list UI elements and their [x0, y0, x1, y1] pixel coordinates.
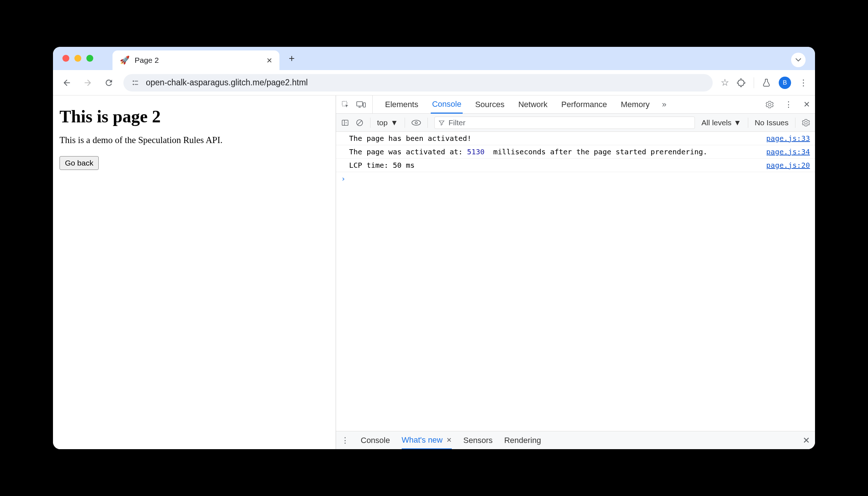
drawer-menu-icon[interactable]: ⋮: [341, 436, 349, 445]
issues-label: No Issues: [755, 118, 789, 127]
extensions-icon[interactable]: [737, 78, 746, 87]
drawer-tab-console[interactable]: Console: [361, 431, 390, 449]
address-bar[interactable]: open-chalk-asparagus.glitch.me/page2.htm…: [123, 74, 713, 92]
drawer-tab-whatsnew[interactable]: What's new ✕: [402, 432, 452, 450]
log-message: LCP time: 50 ms: [349, 161, 759, 170]
svg-point-12: [412, 120, 421, 125]
reload-button[interactable]: [102, 76, 115, 89]
more-tabs-icon[interactable]: »: [662, 100, 666, 109]
inspect-icon[interactable]: [341, 100, 350, 109]
devtools-panel: Elements Console Sources Network Perform…: [336, 95, 815, 449]
tab-network[interactable]: Network: [517, 95, 549, 113]
traffic-lights: [62, 55, 93, 62]
console-toolbar: top ▼ Filter All levels ▼ No Issues: [336, 114, 815, 132]
console-prompt[interactable]: ›: [336, 172, 815, 185]
log-source-link[interactable]: page.js:33: [766, 134, 810, 143]
context-selector[interactable]: top ▼: [377, 118, 398, 127]
browser-tab[interactable]: 🚀 Page 2 ×: [112, 50, 279, 70]
devtools-drawer: ⋮ Console What's new ✕ Sensors Rendering…: [336, 431, 815, 449]
close-window-icon[interactable]: [62, 55, 69, 62]
console-log: The page has been activated! page.js:33 …: [336, 132, 815, 431]
url-text: open-chalk-asparagus.glitch.me/page2.htm…: [146, 78, 308, 88]
log-row: The page was activated at: 5130 millisec…: [336, 145, 815, 159]
log-source-link[interactable]: page.js:20: [766, 161, 810, 170]
settings-icon[interactable]: [766, 101, 774, 109]
svg-rect-7: [363, 103, 365, 107]
devtools-tabs: Elements Console Sources Network Perform…: [336, 95, 815, 114]
devtools-menu-icon[interactable]: ⋮: [785, 100, 793, 109]
toolbar-right: ☆ B ⋮: [721, 77, 808, 89]
svg-point-2: [133, 84, 134, 85]
page-paragraph: This is a demo of the Speculation Rules …: [60, 135, 329, 145]
tab-overflow-button[interactable]: [791, 53, 806, 67]
close-tab-icon[interactable]: ×: [267, 56, 272, 65]
toolbar: open-chalk-asparagus.glitch.me/page2.htm…: [53, 70, 815, 95]
tab-console[interactable]: Console: [431, 96, 463, 114]
drawer-tab-rendering[interactable]: Rendering: [504, 431, 541, 449]
forward-button[interactable]: [81, 76, 94, 89]
tab-memory[interactable]: Memory: [619, 95, 651, 113]
tab-title: Page 2: [135, 56, 262, 65]
filter-input[interactable]: Filter: [434, 117, 695, 129]
svg-rect-8: [342, 120, 348, 125]
site-info-icon[interactable]: [131, 79, 139, 87]
content-area: This is page 2 This is a demo of the Spe…: [53, 95, 815, 449]
tab-sources[interactable]: Sources: [474, 95, 506, 113]
filter-icon: [438, 119, 445, 126]
svg-point-0: [133, 80, 134, 82]
go-back-button[interactable]: Go back: [60, 156, 99, 170]
tab-strip: 🚀 Page 2 × +: [53, 47, 815, 70]
console-settings-icon[interactable]: [802, 119, 810, 127]
page-content: This is page 2 This is a demo of the Spe…: [53, 95, 336, 449]
maximize-window-icon[interactable]: [86, 55, 93, 62]
close-drawer-icon[interactable]: ✕: [803, 435, 810, 446]
log-message: The page has been activated!: [349, 134, 759, 143]
new-tab-button[interactable]: +: [285, 52, 298, 65]
tab-performance[interactable]: Performance: [560, 95, 609, 113]
profile-avatar[interactable]: B: [779, 77, 791, 89]
bookmark-icon[interactable]: ☆: [721, 77, 729, 88]
labs-icon[interactable]: [762, 78, 771, 87]
svg-rect-6: [359, 107, 361, 107]
filter-placeholder: Filter: [449, 118, 466, 127]
log-row: The page has been activated! page.js:33: [336, 132, 815, 145]
clear-console-icon[interactable]: [356, 119, 364, 127]
toggle-sidebar-icon[interactable]: [341, 119, 349, 127]
log-message: The page was activated at: 5130 millisec…: [349, 147, 759, 156]
log-row: LCP time: 50 ms page.js:20: [336, 159, 815, 172]
device-toggle-icon[interactable]: [356, 101, 366, 109]
svg-point-13: [415, 122, 417, 124]
svg-rect-1: [135, 81, 138, 81]
menu-icon[interactable]: ⋮: [799, 78, 808, 88]
minimize-window-icon[interactable]: [74, 55, 81, 62]
log-source-link[interactable]: page.js:34: [766, 147, 810, 156]
svg-rect-5: [357, 102, 363, 106]
back-button[interactable]: [60, 76, 73, 89]
page-heading: This is page 2: [60, 106, 329, 126]
favicon-icon: 🚀: [120, 56, 130, 65]
svg-rect-3: [135, 84, 138, 85]
live-expression-icon[interactable]: [412, 119, 421, 126]
browser-window: 🚀 Page 2 × + open-chalk-asparagus.glitch…: [53, 47, 815, 449]
svg-line-11: [358, 121, 362, 125]
close-devtools-icon[interactable]: ✕: [803, 100, 810, 109]
tab-elements[interactable]: Elements: [384, 95, 420, 113]
divider: [754, 77, 754, 88]
close-drawer-tab-icon[interactable]: ✕: [446, 436, 452, 444]
devtools-toolbar-left: [341, 95, 373, 113]
drawer-tab-sensors[interactable]: Sensors: [463, 431, 493, 449]
log-levels-selector[interactable]: All levels ▼: [701, 118, 741, 127]
